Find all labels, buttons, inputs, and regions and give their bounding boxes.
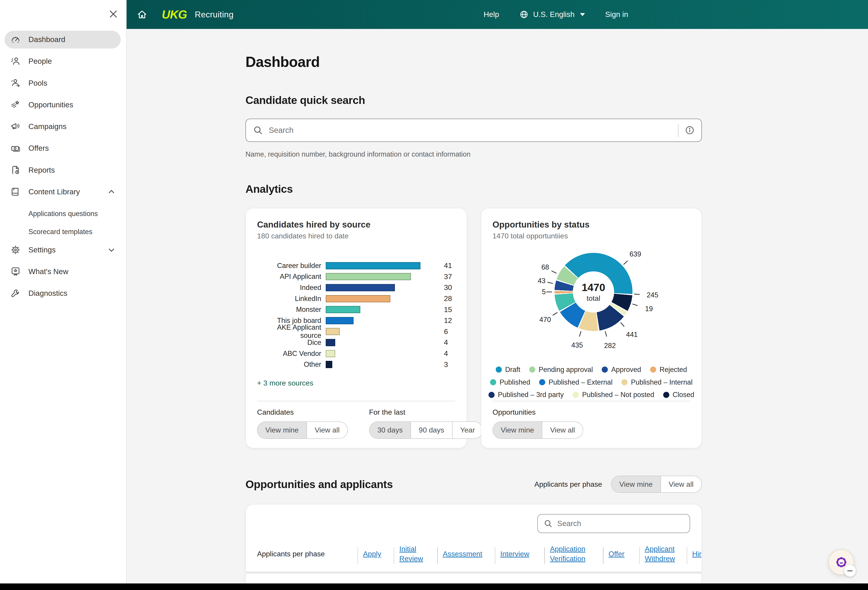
info-icon[interactable] <box>685 125 695 135</box>
period-30-days[interactable]: 30 days <box>370 422 410 438</box>
people-arrow-icon <box>10 78 21 88</box>
legend-label: Published – 3rd party <box>498 391 564 399</box>
bar-row-career-builder: Career builder41 <box>257 260 455 271</box>
bar[interactable] <box>326 317 354 324</box>
column-header-initial-review[interactable]: Initial Review <box>394 540 437 571</box>
bar[interactable] <box>326 284 395 291</box>
legend-dot <box>602 367 608 373</box>
legend-row: Published – 3rd partyPublished – Not pos… <box>489 391 694 399</box>
globe-icon <box>519 10 529 19</box>
candidates-hired-card: Candidates hired by source 180 candidate… <box>245 208 467 448</box>
candidates-label: Candidates <box>257 408 348 416</box>
sidebar-item-label: Content Library <box>28 187 80 196</box>
sidebar-item-applications-questions[interactable]: Applications questions <box>0 205 126 223</box>
sidebar-item-what-s-new[interactable]: What's New <box>4 263 121 281</box>
bar-category-label: ABC Vendor <box>257 350 326 358</box>
sidebar-item-diagnostics[interactable]: Diagnostics <box>4 285 121 302</box>
column-header-interview[interactable]: Interview <box>495 544 545 567</box>
bottom-bar <box>0 583 868 590</box>
bar[interactable] <box>326 350 335 357</box>
legend-label: Closed <box>673 391 694 399</box>
page-title: Dashboard <box>245 53 702 70</box>
language-label: U.S. English <box>533 10 574 19</box>
bar[interactable] <box>326 306 360 313</box>
column-header-assessment[interactable]: Assessment <box>437 544 495 567</box>
search-icon <box>543 519 553 528</box>
candidate-search-input[interactable] <box>269 126 678 135</box>
donut-value-label: 639 <box>630 250 641 258</box>
search-icon <box>253 125 263 136</box>
quick-search-heading: Candidate quick search <box>245 94 702 106</box>
bar[interactable] <box>326 295 390 302</box>
table-header-row: Applicants per phaseApplyInitial ReviewA… <box>257 540 701 571</box>
bar-track <box>326 306 432 313</box>
bar-row-monster: Monster15 <box>257 304 455 315</box>
home-icon[interactable] <box>137 9 148 20</box>
legend-dot <box>489 392 495 398</box>
bar[interactable] <box>326 361 332 368</box>
sidebar-item-people[interactable]: People <box>4 52 121 70</box>
donut-value-label: 68 <box>541 263 549 271</box>
legend-item-rejected: Rejected <box>650 366 687 374</box>
candidates-view-mine[interactable]: View mine <box>257 422 306 438</box>
product-name: Recruiting <box>195 10 234 19</box>
bar-value: 15 <box>444 305 452 314</box>
sign-in-link[interactable]: Sign in <box>605 10 628 19</box>
period-90-days[interactable]: 90 days <box>410 422 452 438</box>
sidebar-item-reports[interactable]: Reports <box>4 161 121 179</box>
sidebar-item-settings[interactable]: Settings <box>4 241 121 259</box>
table-search-input[interactable] <box>557 519 684 528</box>
legend-label: Pending approval <box>539 366 593 374</box>
sidebar-item-scorecard-templates[interactable]: Scorecard templates <box>0 223 126 241</box>
ukg-logo[interactable]: UKG <box>162 8 187 21</box>
applicants-view-mine[interactable]: View mine <box>611 476 660 493</box>
column-header-hire[interactable]: Hire <box>687 544 702 567</box>
bar-row-ake-applicant-source: AKE Applicant source6 <box>257 326 455 337</box>
opportunities-heading: Opportunities and applicants <box>245 478 393 491</box>
sidebar-item-opportunities[interactable]: Opportunities <box>4 96 121 114</box>
sidebar-item-campaigns[interactable]: Campaigns <box>4 118 121 136</box>
sidebar-item-dashboard[interactable]: Dashboard <box>4 31 121 49</box>
bar[interactable] <box>326 262 421 269</box>
bar-value: 4 <box>444 338 448 347</box>
bar-value: 6 <box>444 327 448 336</box>
bar[interactable] <box>326 273 411 280</box>
bar-category-label: Monster <box>257 305 326 314</box>
candidates-view-all[interactable]: View all <box>307 422 347 438</box>
legend-item-published-3rd-party: Published – 3rd party <box>489 391 564 399</box>
language-selector[interactable]: U.S. English <box>519 10 585 19</box>
close-sidebar-button[interactable] <box>107 9 120 21</box>
opportunities-view-mine[interactable]: View mine <box>493 422 542 438</box>
sidebar-item-pools[interactable]: Pools <box>4 74 121 92</box>
applicants-per-phase-label: Applicants per phase <box>534 480 602 488</box>
legend-label: Published – External <box>549 378 613 386</box>
bar-track <box>326 295 432 302</box>
bar-value: 37 <box>444 273 452 281</box>
column-header-offer[interactable]: Offer <box>603 544 639 567</box>
applicants-view-all[interactable]: View all <box>660 476 701 493</box>
bar[interactable] <box>326 339 335 346</box>
legend-dot <box>621 379 627 385</box>
column-header-application-verification[interactable]: Application Verification <box>544 540 603 571</box>
legend-label: Draft <box>505 366 520 374</box>
legend-item-published: Published <box>490 378 530 386</box>
period-year[interactable]: Year <box>452 422 483 438</box>
sidebar-item-offers[interactable]: Offers <box>4 139 121 157</box>
help-link[interactable]: Help <box>484 10 499 19</box>
sidebar-item-content-library[interactable]: Content Library <box>4 183 121 201</box>
legend-label: Published – Not posted <box>582 391 654 399</box>
donut-value-label: 470 <box>539 316 551 324</box>
more-sources-link[interactable]: + 3 more sources <box>257 379 313 387</box>
bar[interactable] <box>326 328 340 335</box>
column-header-apply[interactable]: Apply <box>357 544 394 567</box>
opportunities-view-all[interactable]: View all <box>542 422 583 438</box>
cash-icon <box>10 143 21 154</box>
assistant-minimize-button[interactable] <box>844 565 856 577</box>
bar-category-label: LinkedIn <box>257 295 326 303</box>
sidebar-item-label: Dashboard <box>28 35 65 44</box>
bar-track <box>326 350 432 357</box>
candidate-search-bar <box>245 119 702 142</box>
column-header-applicant-withdrew[interactable]: Applicant Withdrew <box>639 540 687 571</box>
legend-label: Approved <box>611 366 641 374</box>
bar-row-linkedin: LinkedIn28 <box>257 293 455 304</box>
